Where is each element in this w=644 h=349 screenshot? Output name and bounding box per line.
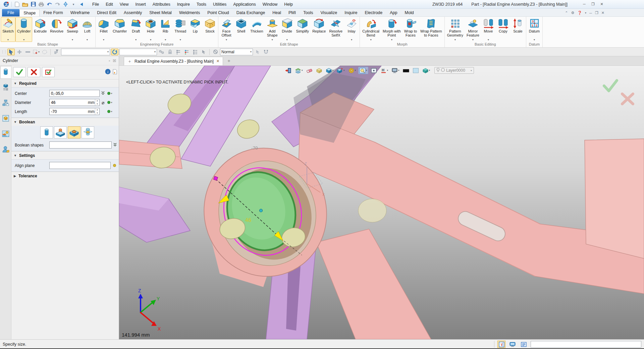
length-input-options[interactable]: ▾ [106,109,113,114]
ribbon-button-add-shape[interactable]: Add Shape▼ [265,17,280,42]
expand-dialog-icon[interactable] [113,69,117,75]
boolean-shapes-input[interactable] [49,141,112,149]
history-list-icon[interactable] [192,49,199,55]
dropdown-arrow-icon[interactable]: ▼ [370,39,372,42]
ribbon-tab-sheet-metal[interactable]: Sheet Metal [146,9,175,16]
help-icon[interactable]: ❓ [577,11,582,15]
ribbon-tab-free-form[interactable]: Free Form [40,9,66,16]
ribbon-button-scale[interactable]: Scale [511,17,525,42]
align-plane-options[interactable] [112,163,117,168]
dropdown-arrow-icon[interactable]: ▼ [286,39,288,42]
diameter-input-options[interactable]: ▾ [106,100,113,105]
ribbon-tab-pmi[interactable]: PMI [285,9,300,16]
panel-tab-manager-tree[interactable] [0,81,11,94]
viewport-3d[interactable]: Z X 46 -70 [119,66,644,339]
panel-tab-cylinder-dialog[interactable] [0,66,11,79]
ribbon-button-inlay[interactable]: Inlay▼ [344,17,359,42]
dropdown-arrow-icon[interactable]: ▼ [454,39,456,42]
ribbon-button-divide[interactable]: Divide▼ [280,17,294,42]
menu-edit[interactable]: Edit [102,0,116,8]
ribbon-button-stock[interactable]: Stock [203,17,217,42]
ribbon-tab-tools[interactable]: Tools [300,9,317,16]
redo-icon[interactable] [54,1,61,8]
tab-close-icon[interactable]: ✕ [216,59,219,63]
pick-tool-icon[interactable] [7,49,15,55]
diameter-input[interactable] [50,100,88,105]
ribbon-tab-visualize[interactable]: Visualize [317,9,341,16]
help-dropdown-icon[interactable]: ▾ [585,11,586,14]
loupe-icon[interactable]: ▾ [358,67,368,74]
ribbon-button-face-offset[interactable]: Face Offset▼ [219,17,234,42]
center-input-options[interactable]: ▾ [106,91,113,96]
ribbon-tab-assembly[interactable]: Assembly [120,9,146,16]
ribbon-button-rib[interactable]: Rib▼ [158,17,173,42]
ribbon-tab-wireframe[interactable]: Wireframe [67,9,94,16]
menu-view[interactable]: View [116,0,132,8]
close-button[interactable]: ✕ [598,2,605,7]
dropdown-arrow-icon[interactable]: ▼ [271,39,273,42]
expand-options-icon[interactable] [101,91,105,96]
ok-button[interactable] [13,67,26,77]
lock-pick-icon[interactable] [166,49,174,55]
ribbon-button-move[interactable]: Move▼ [481,17,496,42]
command-input[interactable] [531,341,641,348]
ribbon-button-mirror-feature[interactable]: Mirror Feature▼ [465,17,481,42]
panel-tab-render-manager[interactable] [0,128,11,140]
filter-combobox[interactable]: ▾ [61,49,110,55]
display-mode-icon[interactable] [508,341,517,348]
filter-icon[interactable] [53,49,60,55]
swblack-icon[interactable] [402,67,410,74]
diameter-spinner[interactable]: ▲▼ [95,99,99,106]
collapse-ribbon-icon[interactable]: ⌃ [565,11,568,15]
ribbon-close-icon[interactable]: ✕ [601,11,604,15]
minimize-button[interactable]: ─ [581,2,588,7]
menu-inquire[interactable]: Inquire [174,0,193,8]
ribbon-restore-icon[interactable]: ❐ [595,11,598,15]
expand-options-icon[interactable] [113,142,117,148]
history-tree-icon[interactable] [175,49,182,55]
ribbon-button-shell[interactable]: Shell [234,17,249,42]
ribbon-button-fillet[interactable]: Fillet▼ [96,17,111,42]
ribbon-button-wrap-to-faces[interactable]: Wrap to Faces [402,17,419,42]
dropdown-arrow-icon[interactable]: ▼ [71,39,74,42]
center-input[interactable] [50,91,99,96]
undo-icon[interactable] [46,1,53,8]
ribbon-button-hole[interactable]: Hole▼ [143,17,158,42]
ribbon-button-cylindrical-bend[interactable]: Cylindrical Bend▼ [361,17,381,42]
khakibox-icon[interactable] [315,67,323,74]
boolean-base-button[interactable] [40,126,53,138]
cubeteal-icon[interactable]: ▾ [421,67,431,74]
ribbon-button-datum[interactable]: 312Datum▼ [527,17,542,42]
diameter-symbol-icon[interactable]: ⌀ [101,100,105,105]
dropdown-arrow-icon[interactable]: ▼ [225,39,228,42]
ribbon-button-cylinder[interactable]: Cylinder▼ [15,17,32,42]
document-tab[interactable]: ＋ Radial Engine Assembly.Z3 - [Bushing M… [124,57,223,65]
ribbon-tab-point-cloud[interactable]: Point Cloud [204,9,233,16]
ribbon-button-replace[interactable]: Replace [311,17,327,42]
hatch-icon[interactable]: H▾ [379,67,389,74]
new-tab-icon[interactable]: ＋ [223,58,234,65]
magnet-snap-icon[interactable] [262,49,270,55]
dropdown-arrow-icon[interactable]: ▼ [164,39,167,42]
length-field[interactable]: mm ▲▼ [49,108,100,115]
wheel-icon[interactable]: ▾ [347,67,357,74]
toolbar-grip[interactable]: ⋮⋮ [1,50,6,54]
pick-point-icon[interactable] [254,49,261,55]
boolean-add-button[interactable] [54,126,67,138]
chain-pick-icon[interactable] [158,49,165,55]
dropdown-arrow-icon[interactable]: ▼ [472,39,474,42]
panel-tab-visual-manager[interactable] [0,112,11,125]
menu-applications[interactable]: Applications [230,0,259,8]
back-icon[interactable] [78,1,85,8]
menu-window[interactable]: Window [259,0,281,8]
length-input[interactable] [50,109,88,114]
ribbon-button-chamfer[interactable]: Chamfer [111,17,128,42]
menu-help[interactable]: Help [281,0,296,8]
toolbar-dropdown-icon[interactable]: ▾ [70,1,77,8]
ribbon-tab-heal[interactable]: Heal [269,9,285,16]
ribbon-tab-file[interactable]: File [2,9,19,16]
dropdown-arrow-icon[interactable]: ▼ [86,39,89,42]
ribbon-minimize-icon[interactable]: ─ [589,11,592,15]
menu-attributes[interactable]: Attributes [149,0,174,8]
input-mode-icon[interactable]: T [497,341,505,348]
